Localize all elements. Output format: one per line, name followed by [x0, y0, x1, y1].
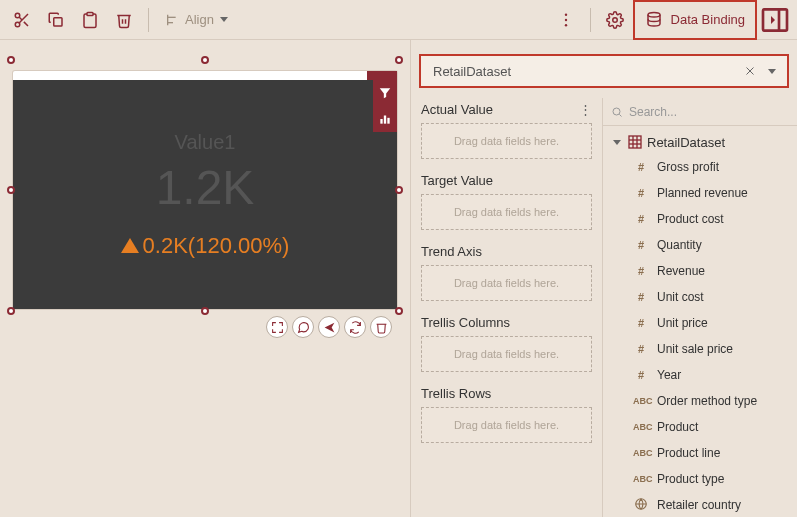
panel-toggle-button[interactable] — [759, 4, 791, 36]
svg-line-3 — [24, 21, 28, 25]
widget-title: Value1 — [175, 131, 236, 154]
field-name: Product cost — [657, 212, 724, 226]
cut-button[interactable] — [6, 4, 38, 36]
field-item[interactable]: #Product cost — [603, 206, 797, 232]
svg-point-11 — [564, 18, 566, 20]
resize-handle[interactable] — [395, 56, 403, 64]
svg-point-10 — [564, 13, 566, 15]
number-type-icon: # — [633, 265, 649, 277]
search-input[interactable]: Search... — [603, 98, 797, 126]
svg-point-14 — [648, 12, 660, 17]
svg-rect-18 — [384, 116, 386, 124]
resize-handle[interactable] — [7, 56, 15, 64]
kpi-widget[interactable]: Value1 1.2K 0.2K(120.00%) — [12, 70, 398, 310]
search-icon — [611, 106, 623, 118]
field-item[interactable]: #Planned revenue — [603, 180, 797, 206]
resize-handle[interactable] — [7, 186, 15, 194]
share-button[interactable] — [318, 316, 340, 338]
field-item[interactable]: ABCProduct type — [603, 466, 797, 492]
field-name: Retailer country — [657, 498, 741, 512]
field-item[interactable]: ABCProduct — [603, 414, 797, 440]
dropzone-label: Trellis Rows — [421, 386, 592, 401]
field-item[interactable]: #Year — [603, 362, 797, 388]
field-name: Gross profit — [657, 160, 719, 174]
dropzone-label: Actual Value⋮ — [421, 102, 592, 117]
svg-rect-5 — [54, 17, 62, 25]
delete-widget-button[interactable] — [370, 316, 392, 338]
field-item[interactable]: ABCProduct line — [603, 440, 797, 466]
field-item[interactable]: #Unit cost — [603, 284, 797, 310]
paste-button[interactable] — [74, 4, 106, 36]
field-name: Quantity — [657, 238, 702, 252]
resize-handle[interactable] — [395, 307, 403, 315]
data-binding-tab[interactable]: Data Binding — [633, 0, 757, 40]
bar-chart-icon[interactable] — [373, 106, 397, 132]
number-type-icon: # — [633, 317, 649, 329]
refresh-button[interactable] — [344, 316, 366, 338]
dropzone-target[interactable]: Drag data fields here. — [421, 336, 592, 372]
dropzone-target[interactable]: Drag data fields here. — [421, 265, 592, 301]
number-type-icon: # — [633, 213, 649, 225]
svg-line-4 — [19, 17, 22, 20]
database-icon — [645, 11, 663, 29]
svg-point-22 — [613, 108, 620, 115]
dropzone-group: Trend AxisDrag data fields here. — [421, 244, 592, 301]
field-item[interactable]: ABCOrder method type — [603, 388, 797, 414]
more-icon[interactable]: ⋮ — [579, 102, 592, 117]
dropzone-target[interactable]: Drag data fields here. — [421, 194, 592, 230]
clear-icon[interactable] — [741, 62, 759, 80]
svg-rect-17 — [380, 119, 382, 124]
dataset-root-name: RetailDataset — [647, 135, 725, 150]
field-item[interactable]: #Gross profit — [603, 154, 797, 180]
dropzones-panel: Actual Value⋮Drag data fields here.Targe… — [411, 98, 603, 517]
align-label: Align — [185, 12, 214, 27]
data-binding-label: Data Binding — [671, 12, 745, 27]
field-item[interactable]: #Unit price — [603, 310, 797, 336]
number-type-icon: # — [633, 369, 649, 381]
divider — [590, 8, 591, 32]
text-type-icon: ABC — [633, 422, 649, 432]
number-type-icon: # — [633, 343, 649, 355]
globe-type-icon — [633, 497, 649, 513]
dropzone-group: Actual Value⋮Drag data fields here. — [421, 102, 592, 159]
chevron-down-icon — [613, 140, 621, 145]
field-name: Order method type — [657, 394, 757, 408]
dropzone-label: Target Value — [421, 173, 592, 188]
field-name: Unit cost — [657, 290, 704, 304]
resize-handle[interactable] — [7, 307, 15, 315]
widget-value: 1.2K — [156, 160, 255, 215]
field-name: Product line — [657, 446, 720, 460]
field-name: Unit price — [657, 316, 708, 330]
field-item[interactable]: #Revenue — [603, 258, 797, 284]
dataset-root[interactable]: RetailDataset — [603, 130, 797, 154]
resize-handle[interactable] — [201, 56, 209, 64]
field-item[interactable]: #Quantity — [603, 232, 797, 258]
number-type-icon: # — [633, 291, 649, 303]
chevron-down-icon — [220, 17, 228, 22]
text-type-icon: ABC — [633, 474, 649, 484]
field-name: Unit sale price — [657, 342, 733, 356]
field-name: Year — [657, 368, 681, 382]
copy-button[interactable] — [40, 4, 72, 36]
field-item[interactable]: #Unit sale price — [603, 336, 797, 362]
dropzone-label: Trellis Columns — [421, 315, 592, 330]
canvas-area[interactable]: Value1 1.2K 0.2K(120.00%) — [0, 40, 410, 517]
settings-button[interactable] — [599, 4, 631, 36]
fullscreen-button[interactable] — [266, 316, 288, 338]
svg-rect-19 — [387, 118, 389, 124]
align-dropdown[interactable]: Align — [157, 4, 238, 36]
widget-delta-text: 0.2K(120.00%) — [143, 233, 290, 259]
more-menu-button[interactable] — [550, 4, 582, 36]
resize-handle[interactable] — [201, 307, 209, 315]
field-item[interactable]: Retailer country — [603, 492, 797, 517]
resize-handle[interactable] — [395, 186, 403, 194]
dropzone-target[interactable]: Drag data fields here. — [421, 123, 592, 159]
delete-button[interactable] — [108, 4, 140, 36]
dataset-selector[interactable]: RetailDataset — [419, 54, 789, 88]
comment-button[interactable] — [292, 316, 314, 338]
filter-icon[interactable] — [373, 80, 397, 106]
dropzone-group: Trellis RowsDrag data fields here. — [421, 386, 592, 443]
dropzone-target[interactable]: Drag data fields here. — [421, 407, 592, 443]
chevron-down-icon[interactable] — [763, 62, 781, 80]
triangle-up-icon — [121, 238, 139, 253]
